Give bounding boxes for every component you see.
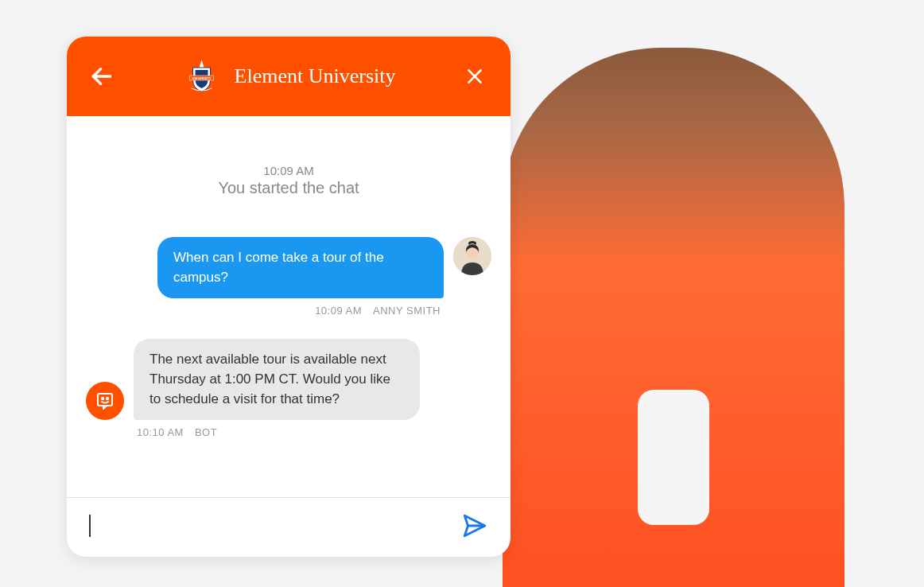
university-crest-icon: UNIVERSITY (182, 56, 222, 96)
svg-point-9 (107, 398, 108, 399)
svg-text:UNIVERSITY: UNIVERSITY (192, 76, 212, 80)
user-message-bubble: When can I come take a tour of the campu… (157, 237, 444, 298)
arrow-left-icon (89, 64, 115, 89)
close-icon (464, 66, 485, 87)
send-icon (461, 512, 488, 539)
message-row: The next available tour is available nex… (86, 339, 491, 420)
bot-avatar (86, 382, 124, 420)
svg-rect-7 (98, 394, 112, 406)
message-meta: 10:10 AM BOT (86, 426, 491, 438)
message-input[interactable] (103, 518, 448, 535)
header-logo-area: UNIVERSITY Element University (182, 56, 396, 96)
message-time: 10:09 AM (315, 305, 362, 317)
input-cursor (89, 515, 91, 537)
message-meta: 10:09 AM ANNY SMITH (86, 305, 491, 317)
chat-title: Element University (235, 64, 396, 88)
user-avatar (453, 237, 491, 275)
chat-start-notice: 10:09 AM You started the chat (86, 164, 491, 197)
back-button[interactable] (89, 64, 115, 89)
message-row: When can I come take a tour of the campu… (86, 237, 491, 298)
message-author: ANNY SMITH (373, 305, 441, 317)
svg-point-8 (102, 398, 103, 399)
chat-input-area (67, 497, 511, 557)
chat-start-time: 10:09 AM (86, 164, 491, 177)
chat-body: 10:09 AM You started the chat When can I… (67, 116, 511, 497)
chat-header: UNIVERSITY Element University (67, 37, 511, 116)
close-button[interactable] (464, 66, 485, 87)
bot-message-bubble: The next available tour is available nex… (134, 339, 420, 420)
phone-shape (638, 390, 709, 525)
person-photo (503, 48, 844, 587)
message-author: BOT (195, 426, 217, 438)
chat-start-text: You started the chat (86, 179, 491, 197)
bot-icon (94, 390, 116, 412)
chat-widget: UNIVERSITY Element University 10:09 AM Y… (67, 37, 511, 557)
message-time: 10:10 AM (137, 426, 184, 438)
send-button[interactable] (461, 512, 488, 539)
